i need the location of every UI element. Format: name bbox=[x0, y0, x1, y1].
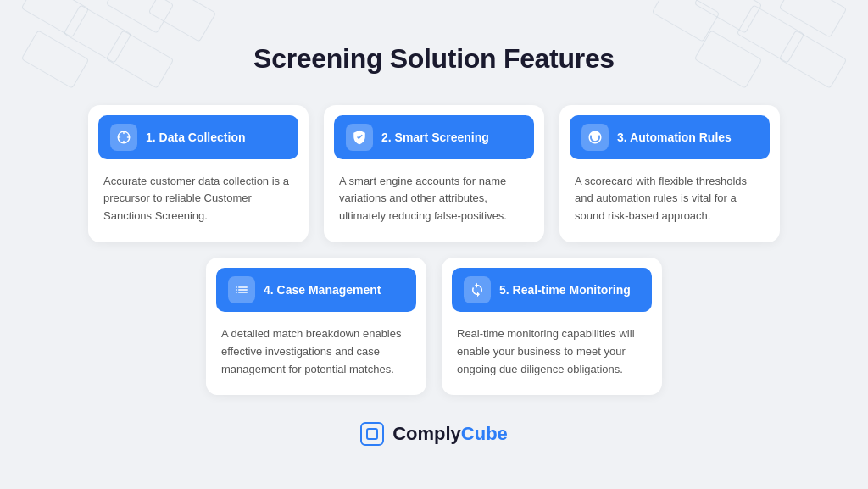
card-data-collection: 1. Data Collection Accurate customer dat… bbox=[88, 105, 309, 242]
cards-row-1: 1. Data Collection Accurate customer dat… bbox=[70, 105, 798, 242]
globe-icon bbox=[110, 124, 137, 151]
card-header-smart-screening: 2. Smart Screening bbox=[334, 115, 534, 159]
card-body-realtime-monitoring: Real-time monitoring capabilities will e… bbox=[442, 325, 662, 378]
card-body-case-management: A detailed match breakdown enables effec… bbox=[206, 325, 426, 378]
list-icon bbox=[228, 276, 255, 303]
gauge-icon bbox=[581, 124, 609, 151]
card-automation-rules: 3. Automation Rules A scorecard with fle… bbox=[559, 105, 780, 242]
card-title-data-collection: 1. Data Collection bbox=[146, 131, 245, 144]
card-body-data-collection: Accurate customer data collection is a p… bbox=[88, 173, 309, 225]
brand-name-prefix: Comply bbox=[392, 423, 461, 444]
refresh-icon bbox=[464, 276, 491, 303]
card-header-data-collection: 1. Data Collection bbox=[98, 115, 298, 159]
brand-name: ComplyCube bbox=[392, 423, 508, 445]
card-body-automation-rules: A scorecard with flexible thresholds and… bbox=[559, 173, 780, 225]
brand-footer: ComplyCube bbox=[70, 422, 798, 446]
card-title-smart-screening: 2. Smart Screening bbox=[381, 131, 489, 144]
brand-name-suffix: Cube bbox=[461, 423, 508, 444]
card-header-realtime-monitoring: 5. Real-time Monitoring bbox=[452, 268, 652, 312]
card-title-realtime-monitoring: 5. Real-time Monitoring bbox=[499, 283, 631, 297]
shield-icon bbox=[346, 124, 373, 151]
main-container: Screening Solution Features 1. Data Coll… bbox=[53, 26, 815, 464]
card-body-smart-screening: A smart engine accounts for name variati… bbox=[324, 173, 544, 225]
card-title-automation-rules: 3. Automation Rules bbox=[617, 131, 732, 144]
card-title-case-management: 4. Case Management bbox=[264, 283, 381, 297]
page-title: Screening Solution Features bbox=[70, 43, 798, 75]
card-case-management: 4. Case Management A detailed match brea… bbox=[206, 258, 426, 395]
card-smart-screening: 2. Smart Screening A smart engine accoun… bbox=[324, 105, 544, 242]
brand-logo-icon bbox=[360, 422, 384, 446]
cards-row-2: 4. Case Management A detailed match brea… bbox=[70, 258, 798, 395]
card-realtime-monitoring: 5. Real-time Monitoring Real-time monito… bbox=[442, 258, 662, 395]
card-header-case-management: 4. Case Management bbox=[216, 268, 416, 312]
card-header-automation-rules: 3. Automation Rules bbox=[570, 115, 770, 159]
